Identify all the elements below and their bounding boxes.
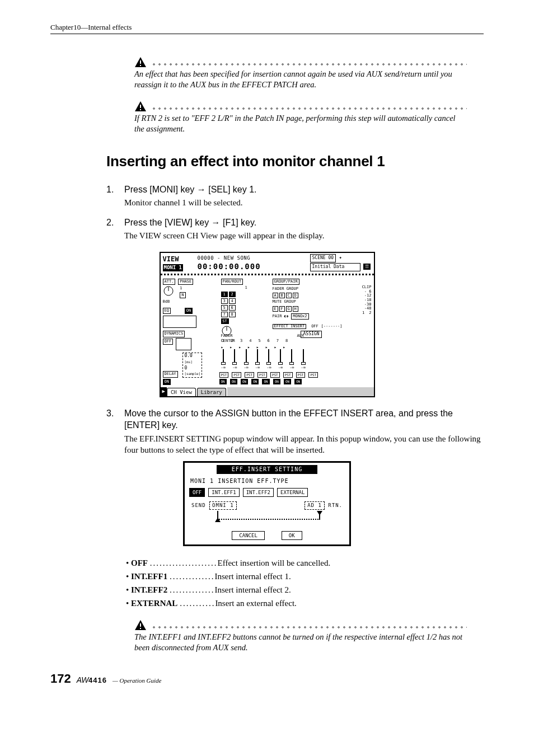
step-title: Press [MONI] key → [SEL] key 1. xyxy=(124,184,484,196)
att-section: ATT. xyxy=(163,279,176,285)
svg-rect-2 xyxy=(140,65,141,66)
step-desc: The VIEW screen CH View page will appear… xyxy=(124,230,484,241)
eff-insert-popup: EFF.INSERT SETTING MONI 1 INSERTION EFF.… xyxy=(183,461,351,546)
popup-send-value: OMNI 1 xyxy=(209,501,237,509)
eq-state: ON xyxy=(185,308,193,314)
svg-rect-1 xyxy=(140,60,141,64)
phase-section: PHASE xyxy=(178,279,193,285)
product-brand: AW xyxy=(77,675,88,684)
chapter-label: Chapter10—Internal effects xyxy=(50,23,132,31)
step-desc: Monitor channel 1 will be selected. xyxy=(124,197,484,208)
eq-graph xyxy=(163,316,196,328)
step-3: 3. Move the cursor to the ASSIGN button … xyxy=(106,407,484,456)
popup-channel-line: MONI 1 INSERTION EFF.TYPE xyxy=(190,477,346,485)
song-title: 00000 - NEW SONG xyxy=(198,255,307,261)
pair-label: PAIR xyxy=(273,314,282,318)
view-screen: VIEW MONI 1 00000 - NEW SONG 00:00:00.00… xyxy=(160,252,375,397)
warning-1: An effect that has been specified for in… xyxy=(134,57,467,91)
bullet-inteff2: • INT.EFF2 ..............Insert internal… xyxy=(126,584,484,595)
warning-3: The INT.EFF1 and INT.EFF2 buttons cannot… xyxy=(134,619,467,654)
st-button: ST xyxy=(221,318,229,324)
leader-dots xyxy=(151,107,467,110)
scene-lock-icon: ✦ xyxy=(339,255,341,260)
dyn-state: OFF xyxy=(163,339,174,345)
delay-sample: 0 xyxy=(184,365,187,370)
bullet-inteff1: • INT.EFF1 ..............Insert internal… xyxy=(126,571,484,582)
guide-label: — Operation Guide xyxy=(113,677,161,685)
popup-off-button: OFF xyxy=(189,488,205,497)
screen-title: VIEW xyxy=(163,255,194,264)
warning-icon xyxy=(134,57,147,68)
bullet-off: • OFF .....................Effect insert… xyxy=(126,557,484,569)
dynamics-section: DYNAMICS xyxy=(163,331,185,337)
pair-icon: ◐◗ xyxy=(284,314,292,318)
fader-label: FADER xyxy=(221,334,233,338)
phase-idx: 1 xyxy=(180,286,182,290)
menu-icon: ☰ xyxy=(363,264,371,270)
effins-state: OFF xyxy=(311,324,318,328)
screen-channel: MONI 1 xyxy=(163,264,184,271)
aux-label: AUX xyxy=(297,334,304,338)
phase-value: N xyxy=(180,292,185,298)
bullet-external: • EXTERNAL ...........Insert an external… xyxy=(126,598,484,609)
popup-inteff2-button: INT.EFF2 xyxy=(243,488,274,497)
step-number: 2. xyxy=(106,217,118,242)
timecode: 00:00:00.000 xyxy=(198,261,307,272)
warning-icon xyxy=(134,101,147,112)
warning-text-3: The INT.EFF1 and INT.EFF2 buttons cannot… xyxy=(134,632,467,654)
leader-dots xyxy=(151,626,467,629)
scene-name: Initial Data xyxy=(310,263,360,271)
popup-external-button: EXTERNAL xyxy=(277,488,308,497)
delay-ms: 0.0 xyxy=(184,353,192,358)
popup-rtn-label: RTN. xyxy=(328,503,343,508)
warning-text-1: An effect that has been specified for in… xyxy=(134,69,467,91)
popup-inteff1-button: INT.EFF1 xyxy=(208,488,239,497)
popup-signal-flow xyxy=(199,512,335,527)
svg-rect-5 xyxy=(140,109,141,110)
warning-2: If RTN 2 is set to "EFF 2 L/R" in the Pa… xyxy=(134,101,467,135)
delay-state: ON xyxy=(163,379,171,385)
page-footer: 172 AW4416 — Operation Guide xyxy=(50,670,484,687)
svg-rect-4 xyxy=(140,105,141,108)
effins-section: EFFECT INSERT xyxy=(273,324,307,329)
delay-ms-unit: [ms] xyxy=(184,360,192,364)
rout-grid: 1 2 3 4 5 6 7 8 xyxy=(221,292,240,317)
eq-section: EQ xyxy=(163,308,171,314)
svg-rect-12 xyxy=(140,628,141,629)
panrout-section: PAN/ROUT xyxy=(221,279,243,285)
step-number: 1. xyxy=(106,184,118,209)
scene-number: SCENE 00 xyxy=(310,254,336,262)
tab-icon: ▶ xyxy=(161,387,167,396)
step-desc: The EFF.INSERT SETTING popup window will… xyxy=(124,433,484,456)
step-title: Press the [VIEW] key → [F1] key. xyxy=(124,217,484,229)
dyn-graph xyxy=(176,338,191,350)
fadergroup-label: FADER GROUP xyxy=(273,287,298,291)
popup-cancel-button: CANCEL xyxy=(232,531,265,540)
popup-title: EFF.INSERT SETTING xyxy=(217,465,317,474)
warning-text-2: If RTN 2 is set to "EFF 2 L/R" in the Pa… xyxy=(134,113,467,135)
att-knob-icon xyxy=(163,285,174,297)
popup-rtn-value: AD 1 xyxy=(305,501,325,509)
leader-dots xyxy=(151,63,467,66)
step-title: Move the cursor to the ASSIGN button in … xyxy=(124,407,484,431)
delay-section: DELAY xyxy=(163,371,178,377)
step-number: 3. xyxy=(106,407,118,456)
grouppair-section: GROUP/PAIR xyxy=(273,279,299,285)
screen-titlebar: VIEW MONI 1 00000 - NEW SONG 00:00:00.00… xyxy=(161,253,374,275)
att-value: 0dB xyxy=(163,299,170,304)
product-model: 4416 xyxy=(88,676,107,684)
tab-library: Library xyxy=(197,388,226,397)
warning-icon xyxy=(134,619,147,631)
page-number: 172 xyxy=(50,670,71,687)
popup-ok-button: OK xyxy=(282,531,302,540)
step-1: 1. Press [MONI] key → [SEL] key 1. Monit… xyxy=(106,184,484,209)
step-2: 2. Press the [VIEW] key → [F1] key. The … xyxy=(106,217,484,242)
page-header: Chapter10—Internal effects xyxy=(50,22,484,34)
button-definitions: • OFF .....................Effect insert… xyxy=(126,557,484,609)
arrow-down-icon xyxy=(317,511,322,515)
popup-send-label: SEND xyxy=(191,503,206,508)
tab-chview: CH View xyxy=(167,388,196,397)
delay-sample-unit: [sample] xyxy=(184,372,200,375)
mutegroup-label: MUTE GROUP xyxy=(273,299,296,304)
section-heading: Inserting an effect into monitor channel… xyxy=(106,152,484,171)
